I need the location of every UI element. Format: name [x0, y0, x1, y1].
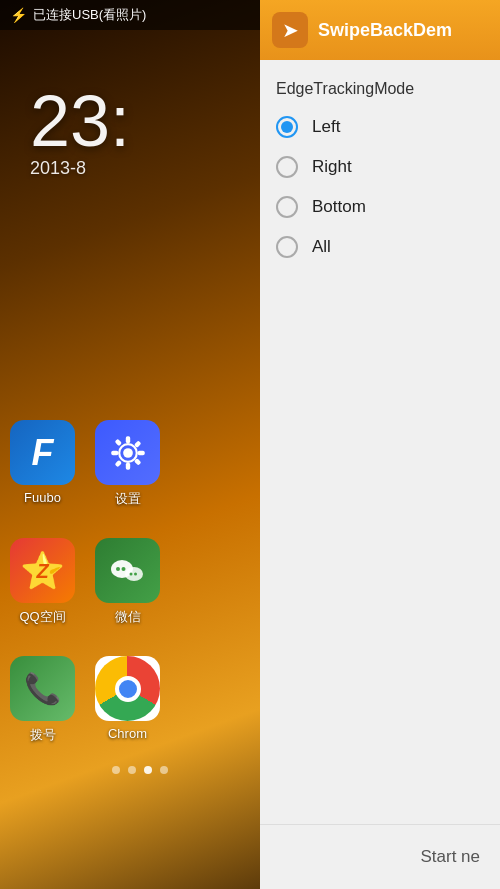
wechat-label: 微信 [115, 608, 141, 626]
fuubo-label: Fuubo [24, 490, 61, 505]
svg-point-0 [123, 448, 133, 458]
phone-label: 拨号 [30, 726, 56, 744]
app-settings[interactable]: 设置 [95, 420, 160, 508]
page-dot-3 [160, 766, 168, 774]
radio-bottom-label: Bottom [312, 197, 366, 217]
radio-bottom-circle[interactable] [276, 196, 298, 218]
radio-right-circle[interactable] [276, 156, 298, 178]
chrome-label: Chrom [108, 726, 147, 741]
app-fuubo[interactable]: F Fuubo [10, 420, 75, 508]
panel-content: EdgeTrackingMode Left Right Bottom All [260, 60, 500, 824]
svg-rect-2 [125, 462, 129, 469]
overlay-panel: ➤ SwipeBackDem EdgeTrackingMode Left Rig… [260, 0, 500, 889]
svg-rect-1 [125, 436, 129, 443]
app-chrome[interactable]: Chrom [95, 656, 160, 744]
svg-rect-3 [111, 450, 118, 454]
svg-rect-4 [137, 450, 144, 454]
settings-label: 设置 [115, 490, 141, 508]
time-display: 23: [30, 80, 130, 162]
qqzone-label: QQ空间 [19, 608, 65, 626]
svg-rect-7 [114, 459, 121, 466]
radio-option-bottom[interactable]: Bottom [276, 196, 484, 218]
wechat-icon [95, 538, 160, 603]
back-arrow-icon[interactable]: ➤ [272, 12, 308, 48]
app-row-0: F Fuubo [10, 420, 270, 508]
radio-all-circle[interactable] [276, 236, 298, 258]
start-new-button[interactable]: Start ne [420, 847, 480, 867]
svg-point-10 [116, 567, 120, 571]
radio-option-left[interactable]: Left [276, 116, 484, 138]
page-dot-0 [112, 766, 120, 774]
radio-left-label: Left [312, 117, 340, 137]
app-row-2: 📞 拨号 Chrom [10, 656, 270, 744]
settings-icon [95, 420, 160, 485]
app-qqzone[interactable]: ⭐ Z QQ空间 [10, 538, 75, 626]
radio-right-label: Right [312, 157, 352, 177]
qqzone-icon: ⭐ Z [10, 538, 75, 603]
date-display: 2013-8 [30, 158, 86, 179]
panel-bottom: Start ne [260, 824, 500, 889]
radio-option-right[interactable]: Right [276, 156, 484, 178]
status-text: 已连接USB(看照片) [33, 6, 146, 24]
fuubo-icon: F [10, 420, 75, 485]
app-phone[interactable]: 📞 拨号 [10, 656, 75, 744]
app-wechat[interactable]: 微信 [95, 538, 160, 626]
app-row-1: ⭐ Z QQ空间 微信 [10, 538, 270, 626]
svg-point-11 [121, 567, 125, 571]
radio-all-label: All [312, 237, 331, 257]
usb-icon: ⚡ [10, 7, 27, 23]
radio-left-circle[interactable] [276, 116, 298, 138]
panel-toolbar: ➤ SwipeBackDem [260, 0, 500, 60]
page-dot-1 [128, 766, 136, 774]
svg-point-13 [129, 572, 132, 575]
app-grid: F Fuubo [0, 420, 280, 744]
panel-title: SwipeBackDem [318, 20, 452, 41]
svg-point-14 [134, 572, 137, 575]
phone-icon: 📞 [10, 656, 75, 721]
chrome-icon [95, 656, 160, 721]
edge-tracking-label: EdgeTrackingMode [276, 80, 484, 98]
page-dot-2 [144, 766, 152, 774]
page-dots [0, 766, 280, 774]
svg-rect-5 [114, 438, 121, 445]
radio-option-all[interactable]: All [276, 236, 484, 258]
